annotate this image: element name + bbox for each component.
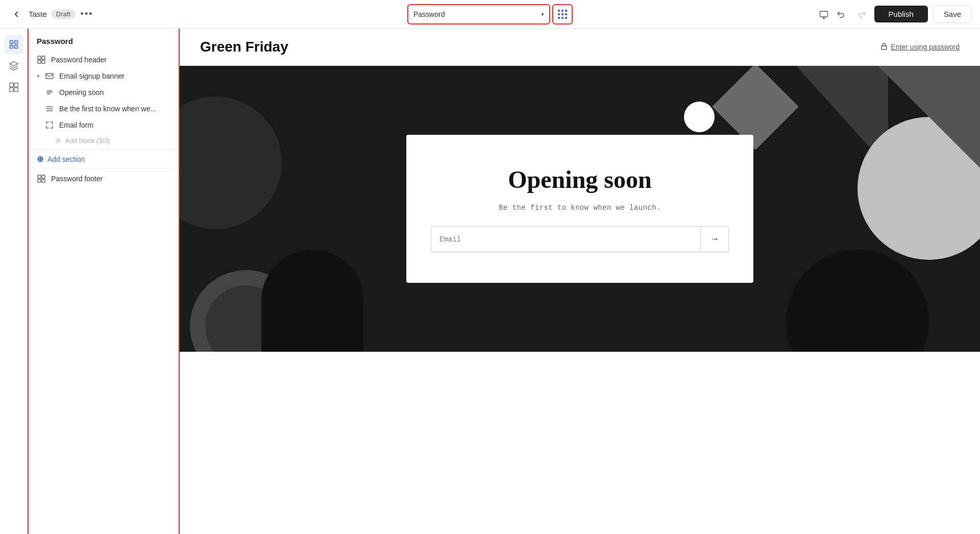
grid-icon bbox=[37, 55, 46, 64]
arrow-right-icon: → bbox=[710, 234, 719, 244]
geo-shape-1 bbox=[180, 96, 282, 229]
sidebar-item-password-footer[interactable]: Password footer bbox=[29, 171, 179, 187]
topbar-left: Taste Draft ••• bbox=[8, 6, 110, 22]
modal-subtext: Be the first to know when we launch. bbox=[431, 204, 729, 212]
svg-rect-22 bbox=[46, 74, 53, 79]
topbar-right: Publish Save bbox=[819, 5, 972, 23]
svg-rect-18 bbox=[38, 56, 41, 59]
geo-shape-6 bbox=[786, 250, 929, 352]
svg-rect-11 bbox=[14, 41, 17, 44]
geo-shape-3 bbox=[684, 102, 715, 132]
canvas-inner: Green Friday Enter using password bbox=[180, 29, 980, 534]
sidebar-item-email-signup-banner[interactable]: ▾ Email signup banner bbox=[29, 68, 179, 84]
text-icon bbox=[45, 88, 54, 97]
publish-button[interactable]: Publish bbox=[874, 6, 928, 22]
monitor-icon[interactable] bbox=[819, 8, 828, 20]
save-button[interactable]: Save bbox=[933, 5, 972, 23]
main-layout: Password Password header ▾ bbox=[0, 29, 980, 534]
svg-rect-7 bbox=[561, 17, 564, 19]
svg-rect-15 bbox=[14, 83, 18, 87]
canvas-area: Green Friday Enter using password bbox=[180, 29, 980, 534]
svg-rect-2 bbox=[565, 10, 567, 12]
grid-footer-icon bbox=[37, 174, 46, 183]
svg-rect-0 bbox=[558, 10, 560, 12]
add-block-button[interactable]: ⊕ Add block (3/3) bbox=[29, 133, 179, 148]
enter-password-text: Enter using password bbox=[891, 43, 960, 51]
svg-rect-17 bbox=[14, 88, 18, 92]
redo-button[interactable] bbox=[854, 7, 869, 21]
plus-filled-icon: ⊕ bbox=[37, 154, 43, 164]
page-selector-dropdown[interactable]: Password ▾ bbox=[407, 4, 550, 25]
enter-password-link[interactable]: Enter using password bbox=[880, 43, 960, 52]
icon-rail bbox=[0, 29, 28, 534]
email-icon bbox=[45, 71, 54, 81]
svg-rect-13 bbox=[14, 45, 17, 48]
svg-rect-3 bbox=[558, 13, 560, 15]
svg-rect-10 bbox=[10, 41, 13, 44]
sidebar-label-opening-soon: Opening soon bbox=[59, 88, 170, 96]
draft-badge: Draft bbox=[51, 9, 76, 19]
section-highlight-button[interactable] bbox=[552, 4, 573, 25]
sidebar-label-password-footer: Password footer bbox=[51, 175, 170, 183]
undo-button[interactable] bbox=[834, 7, 849, 21]
store-title: Green Friday bbox=[200, 39, 288, 55]
back-button[interactable] bbox=[8, 6, 24, 22]
collapse-arrow-icon: ▾ bbox=[37, 73, 40, 80]
svg-rect-14 bbox=[9, 83, 13, 87]
svg-rect-21 bbox=[42, 60, 45, 63]
svg-rect-16 bbox=[9, 88, 13, 92]
email-submit-button[interactable]: → bbox=[700, 227, 728, 252]
sidebar-label-password-header: Password header bbox=[51, 56, 170, 64]
plus-circle-icon: ⊕ bbox=[55, 136, 61, 144]
sidebar-label-email-signup-banner: Email signup banner bbox=[59, 72, 170, 80]
svg-rect-4 bbox=[561, 13, 564, 15]
email-input-field[interactable] bbox=[431, 228, 700, 251]
modal-card: Opening soon Be the first to know when w… bbox=[406, 135, 753, 283]
sidebar-label-be-first: Be the first to know when we... bbox=[59, 105, 170, 113]
sidebar-title: Password bbox=[29, 37, 179, 52]
svg-rect-24 bbox=[42, 175, 45, 178]
site-name: Taste bbox=[29, 10, 47, 18]
svg-rect-20 bbox=[38, 60, 41, 63]
svg-rect-9 bbox=[820, 11, 827, 17]
topbar-center: Password ▾ bbox=[407, 4, 573, 25]
canvas-topbar: Green Friday Enter using password bbox=[180, 29, 980, 66]
sidebar-item-opening-soon[interactable]: Opening soon bbox=[29, 84, 179, 101]
sidebar-item-email-form[interactable]: Email form bbox=[29, 117, 179, 133]
more-menu-button[interactable]: ••• bbox=[80, 7, 94, 21]
rail-icon-theme[interactable] bbox=[4, 56, 23, 76]
highlight-grid-icon bbox=[557, 9, 568, 20]
svg-rect-5 bbox=[565, 13, 567, 15]
add-section-button[interactable]: ⊕ Add section bbox=[29, 150, 179, 168]
sidebar-label-email-form: Email form bbox=[59, 121, 170, 129]
add-block-label: Add block (3/3) bbox=[65, 137, 110, 144]
rail-icon-apps[interactable] bbox=[4, 78, 23, 97]
svg-rect-6 bbox=[558, 17, 560, 19]
email-form-row: → bbox=[431, 226, 729, 252]
add-section-label: Add section bbox=[47, 155, 85, 163]
rail-icon-sections[interactable] bbox=[4, 35, 23, 54]
svg-rect-26 bbox=[42, 179, 45, 182]
svg-rect-1 bbox=[561, 10, 564, 12]
lock-icon bbox=[880, 43, 888, 52]
modal-heading: Opening soon bbox=[431, 165, 729, 193]
geo-shape-8 bbox=[261, 250, 363, 352]
corners-icon bbox=[45, 120, 54, 130]
svg-rect-8 bbox=[565, 17, 567, 19]
chevron-down-icon: ▾ bbox=[541, 11, 544, 18]
svg-rect-25 bbox=[38, 179, 41, 182]
sidebar-item-be-first[interactable]: Be the first to know when we... bbox=[29, 101, 179, 117]
svg-rect-19 bbox=[42, 56, 45, 59]
svg-rect-23 bbox=[38, 175, 41, 178]
lines-icon bbox=[45, 104, 54, 113]
topbar: Taste Draft ••• Password ▾ bbox=[0, 0, 980, 29]
hero-section: Opening soon Be the first to know when w… bbox=[180, 66, 980, 352]
svg-rect-12 bbox=[10, 45, 13, 48]
sidebar-panel: Password Password header ▾ bbox=[28, 29, 180, 534]
page-selector-label: Password bbox=[413, 10, 537, 18]
svg-rect-27 bbox=[881, 46, 887, 50]
sidebar-item-password-header[interactable]: Password header bbox=[29, 52, 179, 68]
